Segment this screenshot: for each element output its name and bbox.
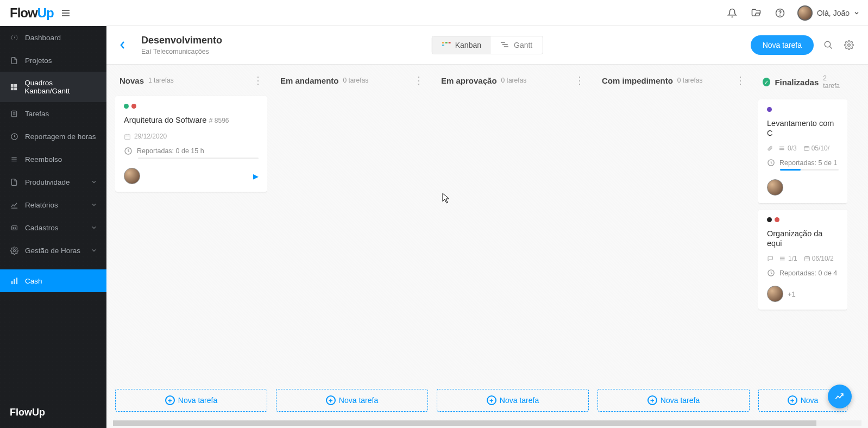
plus-icon: +	[165, 395, 175, 405]
add-task-button[interactable]: + Nova tarefa	[276, 389, 428, 412]
column-menu-icon[interactable]: ⋮	[735, 74, 745, 86]
calendar-icon	[124, 133, 131, 140]
sidebar-item-label: Gestão de Horas	[25, 247, 80, 255]
label-dot	[131, 104, 136, 109]
fab-chart-button[interactable]	[828, 385, 852, 408]
add-task-label: Nova	[801, 396, 819, 405]
column-title: Novas	[119, 76, 144, 85]
column-menu-icon[interactable]: ⋮	[575, 74, 584, 86]
card-hours: Reportadas: 5 de 1	[779, 159, 837, 167]
sidebar-item-reportagem[interactable]: Reportagem de horas	[0, 125, 106, 148]
check-icon: ✓	[763, 78, 770, 86]
board-icon	[10, 83, 18, 91]
column-title: Com impedimento	[602, 76, 673, 85]
checklist-icon: 0/3	[779, 144, 797, 152]
task-card[interactable]: Organização da equi 1/1 06/10/2 Reportad…	[758, 210, 847, 310]
view-kanban-label: Kanban	[455, 41, 481, 49]
topbar: FlowUp Olá, João	[0, 0, 868, 26]
add-task-button[interactable]: + Nova tarefa	[437, 389, 589, 412]
label-dot	[124, 104, 129, 109]
column-menu-icon[interactable]: ⋮	[253, 74, 263, 86]
view-toggle: Kanban Gantt	[432, 36, 543, 54]
gear-icon	[10, 246, 18, 255]
help-icon[interactable]	[773, 7, 787, 20]
svg-rect-48	[804, 257, 809, 261]
sidebar-item-tarefas[interactable]: Tarefas	[0, 102, 106, 125]
back-button[interactable]	[119, 38, 131, 52]
sidebar-item-label: Tarefas	[25, 110, 49, 118]
search-icon[interactable]	[822, 39, 834, 51]
add-task-label: Nova tarefa	[339, 396, 378, 405]
list-icon	[10, 155, 18, 163]
folder-icon[interactable]	[750, 7, 763, 20]
task-card[interactable]: Arquitetura do Software # 8596 29/12/202…	[115, 96, 267, 192]
doc-icon	[10, 178, 18, 186]
task-card[interactable]: Levantamento com C 0/3 05/10/ Reportadas…	[758, 99, 847, 203]
logo-part1: Flow	[10, 5, 37, 20]
view-kanban-button[interactable]: Kanban	[432, 36, 491, 54]
chevron-down-icon	[91, 248, 97, 253]
svg-line-32	[829, 46, 832, 49]
column-novas: Novas 1 tarefas ⋮ Arquitetura do Softwar…	[111, 65, 272, 420]
card-labels	[124, 104, 259, 109]
card-icon	[10, 223, 18, 232]
user-menu[interactable]: Olá, João	[797, 5, 859, 21]
column-title: Em andamento	[280, 76, 339, 85]
comment-icon	[767, 255, 773, 262]
chevron-down-icon	[91, 225, 97, 230]
column-title: Em aprovação	[441, 76, 497, 85]
sidebar-item-reembolso[interactable]: Reembolso	[0, 148, 106, 171]
logo: FlowUp	[10, 5, 54, 21]
svg-rect-28	[501, 42, 505, 43]
avatar	[797, 5, 813, 21]
sidebar-item-relatorios[interactable]: Relatórios	[0, 193, 106, 216]
column-count: 0 tarefas	[343, 77, 369, 84]
add-task-button[interactable]: + Nova tarefa	[597, 389, 750, 412]
svg-rect-6	[14, 84, 17, 86]
column-title: Finalizadas	[775, 78, 819, 87]
new-task-button[interactable]: Nova tarefa	[751, 35, 814, 55]
card-labels	[767, 217, 839, 222]
sidebar-item-gestao[interactable]: Gestão de Horas	[0, 239, 106, 262]
sidebar-item-dashboard[interactable]: Dashboard	[0, 26, 106, 49]
svg-rect-42	[804, 147, 809, 151]
sidebar-item-quadros[interactable]: Quadros Kanban/Gantt	[0, 72, 106, 102]
sidebar-item-produtividade[interactable]: Produtividade	[0, 171, 106, 193]
bars-icon	[10, 276, 18, 285]
assignee-avatar	[767, 286, 783, 302]
sidebar-item-projetos[interactable]: Projetos	[0, 49, 106, 72]
bell-icon[interactable]	[726, 7, 739, 20]
chevron-down-icon	[854, 10, 859, 16]
svg-rect-34	[125, 134, 130, 139]
page-title: Desenvolvimento	[141, 35, 222, 46]
sidebar-item-label: Produtividade	[25, 178, 70, 186]
doc-icon	[10, 56, 18, 65]
kanban-icon	[442, 41, 451, 49]
view-gantt-button[interactable]: Gantt	[491, 36, 542, 54]
column-finalizadas: ✓ Finalizadas 2 tarefa Levantamento com …	[754, 65, 852, 420]
sidebar-item-label: Projetos	[25, 56, 52, 65]
chart-icon	[10, 200, 18, 209]
assignee-avatar	[767, 179, 783, 196]
logo-footer: FlowUp	[10, 407, 45, 418]
svg-rect-22	[14, 279, 15, 284]
svg-point-4	[780, 15, 781, 15]
svg-rect-27	[449, 42, 451, 43]
gear-icon[interactable]	[843, 39, 855, 51]
hamburger-icon[interactable]	[61, 9, 70, 17]
sidebar-item-cadastros[interactable]: Cadastros	[0, 216, 106, 239]
column-menu-icon[interactable]: ⋮	[414, 74, 424, 86]
card-title: Levantamento com C	[767, 119, 834, 137]
card-hours: Reportadas: 0 de 15 h	[137, 147, 204, 155]
add-task-button[interactable]: + Nova tarefa	[115, 389, 267, 412]
task-icon	[10, 109, 18, 118]
play-icon[interactable]: ▶	[253, 172, 259, 180]
chevron-down-icon	[91, 179, 97, 185]
card-labels	[767, 107, 839, 112]
svg-rect-26	[445, 42, 448, 43]
sidebar-item-cash[interactable]: Cash	[0, 269, 106, 292]
sidebar-item-label: Reportagem de horas	[25, 133, 96, 141]
horizontal-scrollbar[interactable]	[113, 420, 861, 426]
svg-rect-7	[11, 87, 14, 90]
sidebar-item-label: Reembolso	[25, 155, 62, 163]
